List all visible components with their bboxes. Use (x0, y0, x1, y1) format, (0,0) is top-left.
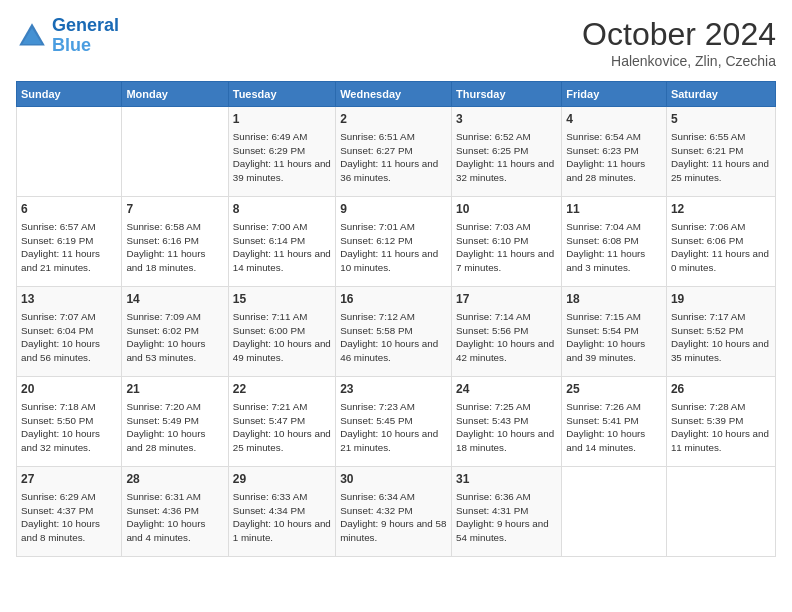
day-cell: 2Sunrise: 6:51 AM Sunset: 6:27 PM Daylig… (336, 107, 452, 197)
day-number: 27 (21, 471, 117, 488)
day-cell: 4Sunrise: 6:54 AM Sunset: 6:23 PM Daylig… (562, 107, 667, 197)
day-info: Sunrise: 7:20 AM Sunset: 5:49 PM Dayligh… (126, 400, 223, 455)
day-info: Sunrise: 7:11 AM Sunset: 6:00 PM Dayligh… (233, 310, 331, 365)
day-number: 1 (233, 111, 331, 128)
logo-text: General Blue (52, 16, 119, 56)
day-info: Sunrise: 7:04 AM Sunset: 6:08 PM Dayligh… (566, 220, 662, 275)
day-number: 9 (340, 201, 447, 218)
location: Halenkovice, Zlin, Czechia (582, 53, 776, 69)
day-info: Sunrise: 6:57 AM Sunset: 6:19 PM Dayligh… (21, 220, 117, 275)
day-info: Sunrise: 7:12 AM Sunset: 5:58 PM Dayligh… (340, 310, 447, 365)
day-cell: 13Sunrise: 7:07 AM Sunset: 6:04 PM Dayli… (17, 287, 122, 377)
day-number: 26 (671, 381, 771, 398)
day-info: Sunrise: 7:07 AM Sunset: 6:04 PM Dayligh… (21, 310, 117, 365)
calendar-header: SundayMondayTuesdayWednesdayThursdayFrid… (17, 82, 776, 107)
day-number: 22 (233, 381, 331, 398)
day-number: 8 (233, 201, 331, 218)
day-info: Sunrise: 7:26 AM Sunset: 5:41 PM Dayligh… (566, 400, 662, 455)
day-cell: 17Sunrise: 7:14 AM Sunset: 5:56 PM Dayli… (452, 287, 562, 377)
week-row-4: 20Sunrise: 7:18 AM Sunset: 5:50 PM Dayli… (17, 377, 776, 467)
day-number: 16 (340, 291, 447, 308)
day-cell: 21Sunrise: 7:20 AM Sunset: 5:49 PM Dayli… (122, 377, 228, 467)
title-block: October 2024 Halenkovice, Zlin, Czechia (582, 16, 776, 69)
day-cell: 29Sunrise: 6:33 AM Sunset: 4:34 PM Dayli… (228, 467, 335, 557)
day-info: Sunrise: 7:09 AM Sunset: 6:02 PM Dayligh… (126, 310, 223, 365)
day-cell: 31Sunrise: 6:36 AM Sunset: 4:31 PM Dayli… (452, 467, 562, 557)
day-cell (562, 467, 667, 557)
day-info: Sunrise: 7:21 AM Sunset: 5:47 PM Dayligh… (233, 400, 331, 455)
day-info: Sunrise: 7:03 AM Sunset: 6:10 PM Dayligh… (456, 220, 557, 275)
day-info: Sunrise: 6:36 AM Sunset: 4:31 PM Dayligh… (456, 490, 557, 545)
day-number: 31 (456, 471, 557, 488)
day-cell: 18Sunrise: 7:15 AM Sunset: 5:54 PM Dayli… (562, 287, 667, 377)
month-title: October 2024 (582, 16, 776, 53)
day-number: 28 (126, 471, 223, 488)
day-number: 25 (566, 381, 662, 398)
day-number: 18 (566, 291, 662, 308)
day-number: 29 (233, 471, 331, 488)
day-info: Sunrise: 7:06 AM Sunset: 6:06 PM Dayligh… (671, 220, 771, 275)
day-cell: 25Sunrise: 7:26 AM Sunset: 5:41 PM Dayli… (562, 377, 667, 467)
day-number: 3 (456, 111, 557, 128)
day-number: 21 (126, 381, 223, 398)
day-number: 4 (566, 111, 662, 128)
day-number: 13 (21, 291, 117, 308)
day-cell: 6Sunrise: 6:57 AM Sunset: 6:19 PM Daylig… (17, 197, 122, 287)
day-info: Sunrise: 6:52 AM Sunset: 6:25 PM Dayligh… (456, 130, 557, 185)
day-info: Sunrise: 6:31 AM Sunset: 4:36 PM Dayligh… (126, 490, 223, 545)
day-cell: 16Sunrise: 7:12 AM Sunset: 5:58 PM Dayli… (336, 287, 452, 377)
day-number: 5 (671, 111, 771, 128)
day-info: Sunrise: 6:58 AM Sunset: 6:16 PM Dayligh… (126, 220, 223, 275)
day-info: Sunrise: 7:28 AM Sunset: 5:39 PM Dayligh… (671, 400, 771, 455)
day-cell: 20Sunrise: 7:18 AM Sunset: 5:50 PM Dayli… (17, 377, 122, 467)
day-cell: 23Sunrise: 7:23 AM Sunset: 5:45 PM Dayli… (336, 377, 452, 467)
day-cell: 5Sunrise: 6:55 AM Sunset: 6:21 PM Daylig… (666, 107, 775, 197)
day-cell: 7Sunrise: 6:58 AM Sunset: 6:16 PM Daylig… (122, 197, 228, 287)
week-row-2: 6Sunrise: 6:57 AM Sunset: 6:19 PM Daylig… (17, 197, 776, 287)
day-cell: 19Sunrise: 7:17 AM Sunset: 5:52 PM Dayli… (666, 287, 775, 377)
day-info: Sunrise: 7:17 AM Sunset: 5:52 PM Dayligh… (671, 310, 771, 365)
day-cell: 15Sunrise: 7:11 AM Sunset: 6:00 PM Dayli… (228, 287, 335, 377)
day-info: Sunrise: 7:14 AM Sunset: 5:56 PM Dayligh… (456, 310, 557, 365)
day-number: 17 (456, 291, 557, 308)
day-info: Sunrise: 7:18 AM Sunset: 5:50 PM Dayligh… (21, 400, 117, 455)
day-cell: 22Sunrise: 7:21 AM Sunset: 5:47 PM Dayli… (228, 377, 335, 467)
page-header: General Blue October 2024 Halenkovice, Z… (16, 16, 776, 69)
day-info: Sunrise: 7:23 AM Sunset: 5:45 PM Dayligh… (340, 400, 447, 455)
calendar-body: 1Sunrise: 6:49 AM Sunset: 6:29 PM Daylig… (17, 107, 776, 557)
logo: General Blue (16, 16, 119, 56)
day-number: 2 (340, 111, 447, 128)
header-cell-saturday: Saturday (666, 82, 775, 107)
day-cell: 26Sunrise: 7:28 AM Sunset: 5:39 PM Dayli… (666, 377, 775, 467)
day-info: Sunrise: 7:00 AM Sunset: 6:14 PM Dayligh… (233, 220, 331, 275)
day-number: 6 (21, 201, 117, 218)
day-cell: 10Sunrise: 7:03 AM Sunset: 6:10 PM Dayli… (452, 197, 562, 287)
day-cell (122, 107, 228, 197)
day-info: Sunrise: 7:01 AM Sunset: 6:12 PM Dayligh… (340, 220, 447, 275)
day-info: Sunrise: 6:33 AM Sunset: 4:34 PM Dayligh… (233, 490, 331, 545)
day-cell (17, 107, 122, 197)
day-info: Sunrise: 6:55 AM Sunset: 6:21 PM Dayligh… (671, 130, 771, 185)
day-cell (666, 467, 775, 557)
day-cell: 27Sunrise: 6:29 AM Sunset: 4:37 PM Dayli… (17, 467, 122, 557)
day-info: Sunrise: 6:51 AM Sunset: 6:27 PM Dayligh… (340, 130, 447, 185)
day-cell: 14Sunrise: 7:09 AM Sunset: 6:02 PM Dayli… (122, 287, 228, 377)
day-number: 15 (233, 291, 331, 308)
day-number: 24 (456, 381, 557, 398)
header-cell-tuesday: Tuesday (228, 82, 335, 107)
header-cell-sunday: Sunday (17, 82, 122, 107)
header-cell-friday: Friday (562, 82, 667, 107)
calendar-table: SundayMondayTuesdayWednesdayThursdayFrid… (16, 81, 776, 557)
week-row-3: 13Sunrise: 7:07 AM Sunset: 6:04 PM Dayli… (17, 287, 776, 377)
day-number: 11 (566, 201, 662, 218)
day-cell: 12Sunrise: 7:06 AM Sunset: 6:06 PM Dayli… (666, 197, 775, 287)
day-info: Sunrise: 6:29 AM Sunset: 4:37 PM Dayligh… (21, 490, 117, 545)
day-info: Sunrise: 6:49 AM Sunset: 6:29 PM Dayligh… (233, 130, 331, 185)
day-info: Sunrise: 6:54 AM Sunset: 6:23 PM Dayligh… (566, 130, 662, 185)
day-number: 20 (21, 381, 117, 398)
header-cell-thursday: Thursday (452, 82, 562, 107)
day-number: 23 (340, 381, 447, 398)
day-cell: 30Sunrise: 6:34 AM Sunset: 4:32 PM Dayli… (336, 467, 452, 557)
header-cell-wednesday: Wednesday (336, 82, 452, 107)
header-row: SundayMondayTuesdayWednesdayThursdayFrid… (17, 82, 776, 107)
